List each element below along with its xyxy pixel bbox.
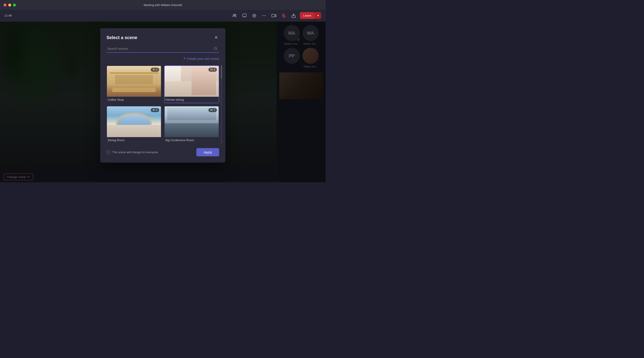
select-scene-dialog: Select a scene ✕ + Create your own scene xyxy=(100,28,226,163)
svg-line-10 xyxy=(282,14,286,17)
svg-point-22 xyxy=(211,109,212,110)
chat-icon[interactable] xyxy=(241,12,248,19)
leave-dropdown-button[interactable]: ▾ xyxy=(315,12,321,19)
scene-capacity-badge-coffee: 5 xyxy=(151,68,159,72)
svg-point-6 xyxy=(265,15,266,16)
svg-line-15 xyxy=(216,49,217,50)
title-bar: Meeting with William Antonelli xyxy=(0,0,326,10)
svg-point-0 xyxy=(233,14,234,16)
scroll-thumb[interactable] xyxy=(221,65,222,79)
svg-point-18 xyxy=(211,69,212,70)
scene-item-conference[interactable]: 7 Big Conference Room xyxy=(164,106,219,144)
more-icon[interactable] xyxy=(260,12,268,19)
svg-point-5 xyxy=(264,15,264,16)
scene-capacity-badge-dining: 5 xyxy=(151,108,159,112)
minimize-button[interactable] xyxy=(8,3,11,6)
svg-rect-7 xyxy=(272,14,275,17)
toolbar: 11:48 xyxy=(0,10,326,21)
scene-thumbnail-coffee: 5 xyxy=(107,66,161,97)
window-title: Meeting with William Antonelli xyxy=(144,3,182,7)
create-scene-row: + Create your own scene xyxy=(106,56,219,61)
scene-capacity-badge-conference: 7 xyxy=(208,108,217,112)
maximize-button[interactable] xyxy=(13,3,16,6)
svg-point-14 xyxy=(214,47,216,49)
svg-point-1 xyxy=(235,14,236,15)
scene-name-conference: Big Conference Room xyxy=(164,137,219,143)
scene-name-dining: Dining Room xyxy=(107,137,161,143)
footer-notice-text: The scene will change for everyone xyxy=(112,151,158,154)
scene-item-dining-room[interactable]: 5 Dining Room xyxy=(106,106,162,144)
scene-scroll-area: 5 Coffee Shop 8 xyxy=(106,65,219,144)
svg-point-19 xyxy=(212,69,212,70)
dialog-header: Select a scene ✕ xyxy=(106,34,219,41)
scene-capacity-badge-kitchen: 8 xyxy=(208,68,217,72)
scene-item-coffee-shop[interactable]: 5 Coffee Shop xyxy=(106,65,162,103)
svg-point-16 xyxy=(153,69,154,70)
svg-point-23 xyxy=(212,109,212,110)
share-icon[interactable] xyxy=(290,12,297,19)
svg-point-21 xyxy=(154,109,155,110)
svg-point-20 xyxy=(153,109,154,110)
effects-icon[interactable] xyxy=(251,12,258,19)
scene-grid: 5 Coffee Shop 8 xyxy=(106,65,219,144)
dialog-footer: i The scene will change for everyone App… xyxy=(106,148,219,156)
search-container xyxy=(106,45,219,53)
scene-name-kitchen: Kitchen dining xyxy=(164,97,219,103)
main-content: WA Wallace Ant... WA William Ant... xyxy=(0,21,326,182)
search-input[interactable] xyxy=(106,45,219,53)
footer-notice: i The scene will change for everyone xyxy=(106,150,158,154)
dialog-close-button[interactable]: ✕ xyxy=(213,34,219,41)
scene-name-coffee: Coffee Shop xyxy=(107,97,161,103)
camera-icon[interactable] xyxy=(270,12,278,19)
create-own-scene-link[interactable]: + Create your own scene xyxy=(183,56,219,61)
search-icon xyxy=(214,47,217,51)
scene-thumbnail-dining: 5 xyxy=(107,106,161,137)
plus-icon: + xyxy=(183,56,186,61)
scene-item-kitchen-dining[interactable]: 8 Kitchen dining xyxy=(164,65,219,103)
time-display: 11:48 xyxy=(4,14,12,17)
scroll-track[interactable] xyxy=(221,65,222,144)
scene-thumbnail-conference: 7 xyxy=(164,106,219,137)
leave-button-group[interactable]: Leave ▾ xyxy=(300,12,321,19)
leave-button[interactable]: Leave xyxy=(300,12,315,19)
info-icon: i xyxy=(106,150,110,154)
people-icon[interactable] xyxy=(231,12,238,19)
scene-thumbnail-kitchen: 8 xyxy=(164,66,219,97)
toolbar-controls: Leave ▾ xyxy=(231,12,321,19)
dialog-overlay: Select a scene ✕ + Create your own scene xyxy=(0,21,326,182)
create-scene-label: Create your own scene xyxy=(187,57,219,60)
traffic-lights xyxy=(4,3,16,6)
svg-point-4 xyxy=(262,15,263,16)
svg-point-17 xyxy=(154,69,155,70)
close-button[interactable] xyxy=(4,3,6,6)
apply-button[interactable]: Apply xyxy=(196,148,219,156)
svg-rect-2 xyxy=(242,14,246,17)
mic-icon[interactable] xyxy=(280,12,287,19)
dialog-title: Select a scene xyxy=(106,35,137,40)
